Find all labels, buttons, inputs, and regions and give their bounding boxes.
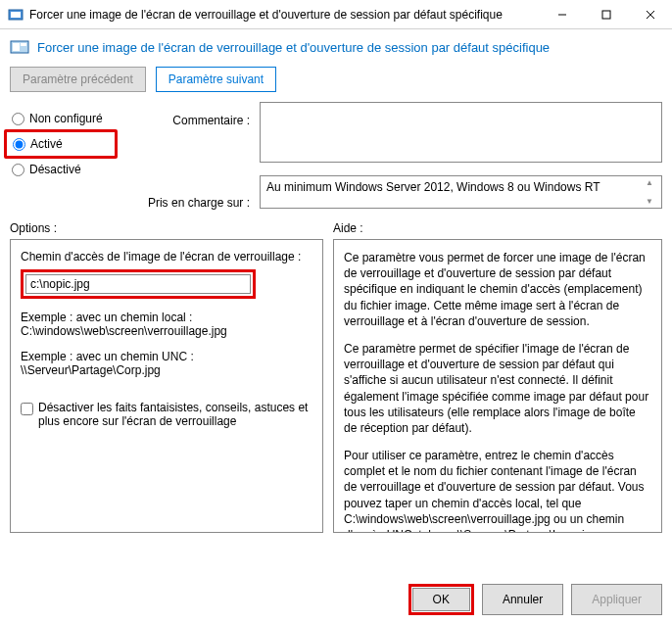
svg-rect-8 [21,43,26,46]
radio-disabled-input[interactable] [12,164,24,176]
highlight-path-input [21,269,256,299]
example-unc-label: Exemple : avec un chemin UNC : [21,350,312,363]
radio-disabled[interactable]: Désactivé [10,159,118,180]
options-column: Options : Chemin d'accès de l'image de l… [10,221,323,533]
supported-text: Au minimum Windows Server 2012, Windows … [266,180,600,194]
split-panels: Options : Chemin d'accès de l'image de l… [0,214,672,533]
next-setting-button[interactable]: Paramètre suivant [156,67,276,92]
radio-not-configured[interactable]: Non configuré [10,108,118,129]
svg-rect-3 [602,11,610,19]
options-label: Options : [10,221,323,239]
nav-row: Paramètre précédent Paramètre suivant [0,61,672,102]
example-unc-value: \\Serveur\Partage\Corp.jpg [21,363,312,377]
minimize-button[interactable] [540,0,584,29]
radio-not-configured-input[interactable] [12,113,24,125]
header-row: Forcer une image de l'écran de verrouill… [0,29,672,61]
cancel-button[interactable]: Annuler [482,584,563,615]
example-unc: Exemple : avec un chemin UNC : \\Serveur… [21,350,312,377]
highlight-enabled: Activé [4,129,118,159]
svg-rect-7 [13,43,20,51]
path-input[interactable] [25,274,251,294]
footer-buttons: OK Annuler Appliquer [408,584,662,615]
policy-icon [10,37,29,57]
help-p1: Ce paramètre vous permet de forcer une i… [344,250,651,329]
supported-label: Pris en charge sur : [127,192,250,214]
radio-enabled[interactable]: Activé [11,133,111,155]
comment-label: Commentaire : [127,110,250,131]
path-label: Chemin d'accès de l'image de l'écran de … [21,250,312,264]
header-title: Forcer une image de l'écran de verrouill… [37,40,550,55]
app-icon [8,7,24,23]
radio-not-configured-label: Non configuré [29,112,103,125]
apply-button[interactable]: Appliquer [571,584,662,615]
help-column: Aide : Ce paramètre vous permet de force… [333,221,662,533]
disable-fun-label: Désactiver les faits fantaisistes, conse… [38,401,312,428]
example-local-label: Exemple : avec un chemin local : [21,311,312,324]
label-column: Commentaire : Pris en charge sur : [127,102,250,214]
example-local-value: C:\windows\web\screen\verrouillage.jpg [21,324,312,338]
comment-textarea[interactable] [260,102,662,163]
options-panel: Chemin d'accès de l'image de l'écran de … [10,239,323,533]
disable-fun-checkbox[interactable] [21,403,33,415]
radio-disabled-label: Désactivé [29,163,81,176]
help-text: Ce paramètre vous permet de forcer une i… [344,250,651,533]
help-p2: Ce paramètre permet de spécifier l'image… [344,341,651,436]
highlight-ok: OK [408,584,474,615]
titlebar: Forcer une image de l'écran de verrouill… [0,0,672,29]
help-panel[interactable]: Ce paramètre vous permet de forcer une i… [333,239,662,533]
field-column: Au minimum Windows Server 2012, Windows … [260,102,662,214]
radio-enabled-label: Activé [30,137,63,151]
help-label: Aide : [333,221,662,239]
radio-enabled-input[interactable] [13,138,25,151]
state-radios: Non configuré Activé Désactivé [10,102,118,214]
scroll-hint: ▲▼ [646,178,659,206]
prev-setting-button[interactable]: Paramètre précédent [10,67,146,92]
ok-button[interactable]: OK [412,588,470,611]
example-local: Exemple : avec un chemin local : C:\wind… [21,311,312,338]
close-button[interactable] [628,0,672,29]
window-title: Forcer une image de l'écran de verrouill… [29,8,540,22]
top-section: Non configuré Activé Désactivé Commentai… [0,102,672,214]
maximize-button[interactable] [584,0,628,29]
supported-box: Au minimum Windows Server 2012, Windows … [260,175,662,209]
svg-rect-1 [11,12,21,18]
help-p3: Pour utiliser ce paramètre, entrez le ch… [344,448,651,533]
disable-fun-checkbox-row[interactable]: Désactiver les faits fantaisistes, conse… [21,401,312,428]
